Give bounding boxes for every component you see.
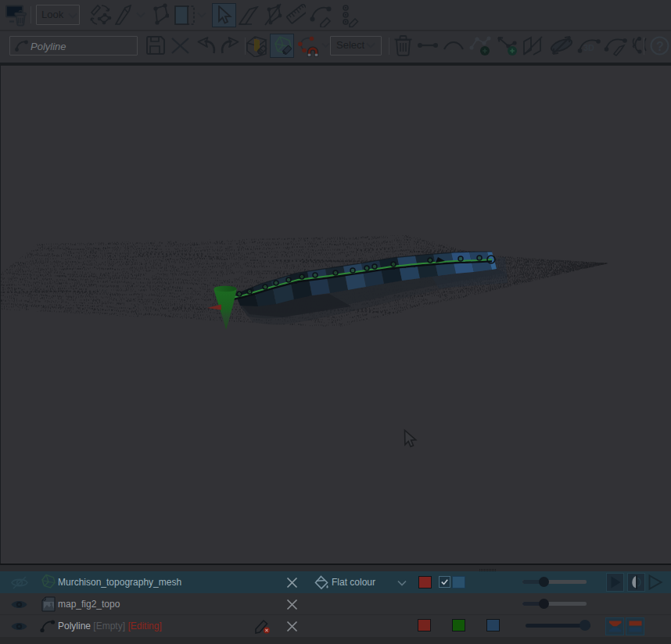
svg-text:?: ? [656,40,664,53]
svg-text:3D: 3D [583,43,594,52]
